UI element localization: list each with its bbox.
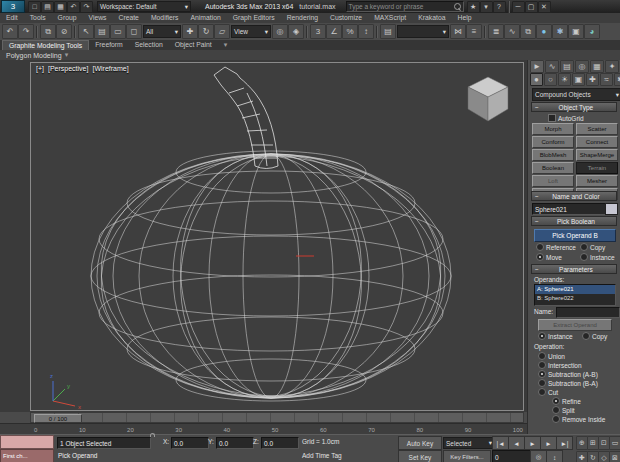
set-key-button[interactable]: Set Key [398,450,442,462]
operation-cut-radio[interactable]: Cut [538,388,558,396]
object-color-swatch[interactable] [605,203,618,215]
unlink-selection-icon[interactable]: ⊘ [56,24,72,39]
systems-category-icon[interactable]: ✱ [614,73,620,86]
radio-icon[interactable] [536,253,544,261]
maxscript-macro-recorder-line[interactable] [0,435,54,449]
radio-icon[interactable] [536,243,544,251]
clone-move-radio[interactable]: Move [536,253,562,261]
radio-icon[interactable] [580,253,588,261]
percent-snap-icon[interactable]: % [342,24,358,39]
undo-icon[interactable]: ↶ [67,1,80,13]
layer-manager-icon[interactable]: ≣ [488,24,504,39]
radio-icon[interactable] [538,352,546,360]
selection-region-icon[interactable]: ▭ [110,24,126,39]
menu-customize[interactable]: Customize [324,13,368,23]
redo-icon[interactable]: ↷ [80,1,93,13]
pick-boolean-rollout[interactable]: − Pick Boolean [531,216,617,226]
shapes-category-icon[interactable]: ○ [544,73,557,86]
cut-split-radio[interactable]: Split [552,406,575,414]
geometry-category-icon[interactable]: ● [530,73,543,86]
pick-operand-b-button[interactable]: Pick Operand B [534,229,616,242]
y-coord-field[interactable]: 0.0 [216,437,254,449]
loft-button[interactable]: Loft [532,175,574,187]
clone-instance-radio[interactable]: Instance [580,253,615,261]
viewport-general-menu[interactable]: [+] [36,65,44,72]
menu-help[interactable]: Help [451,13,477,23]
radio-icon[interactable] [538,388,546,396]
auto-key-button[interactable]: Auto Key [398,436,442,450]
render-setup-icon[interactable]: ✱ [552,24,568,39]
clone-copy-radio[interactable]: Copy [580,243,605,251]
workspace-dropdown[interactable]: Workspace: Default ▾ [97,1,191,12]
ribbon-tab-freeform[interactable]: Freeform [89,40,129,50]
geometry-subcategory-dropdown[interactable]: Compound Objects ▾ [532,88,620,101]
maximize-button[interactable]: ▢ [525,1,538,13]
hierarchy-tab-icon[interactable]: ▤ [560,60,574,73]
maximize-viewport-icon[interactable]: ⊠ [609,451,620,462]
edit-named-selection-sets-icon[interactable]: ▤ [380,24,396,39]
blobmesh-button[interactable]: BlobMesh [532,149,574,161]
snap-toggle-3d-icon[interactable]: 3 [310,24,326,39]
app-logo-icon[interactable]: 3 [1,0,25,13]
select-and-manipulate-icon[interactable]: ◈ [288,24,304,39]
mesher-button[interactable]: Mesher [576,175,618,187]
communication-icon[interactable]: ▾ [480,1,493,13]
key-filters-button[interactable]: Key Filters... [443,450,491,462]
select-link-icon[interactable]: ⧉ [40,24,56,39]
clone-reference-radio[interactable]: Reference [536,243,576,251]
operation-subtraction-ba-radio[interactable]: Subtraction (B-A) [538,379,598,387]
named-selection-sets-dropdown[interactable]: ▾ [397,25,449,38]
menu-views[interactable]: Views [82,13,112,23]
time-spinner[interactable]: ↕ [546,450,563,462]
shapemerge-button[interactable]: ShapeMerge [576,149,618,161]
x-coord-field[interactable]: 0.0 [171,437,209,449]
autogrid-checkbox[interactable]: AutoGrid [548,114,584,122]
mirror-icon[interactable]: ⋈ [450,24,466,39]
object-type-rollout[interactable]: − Object Type [531,102,617,112]
morph-button[interactable]: Morph [532,123,574,135]
infocenter-search-input[interactable]: Type a keyword or phrase [346,1,464,12]
add-time-tag[interactable]: Add Time Tag [302,452,342,459]
operand-name-field[interactable] [556,307,620,318]
selection-filter-dropdown[interactable]: All ▾ [143,25,181,38]
radio-icon[interactable] [538,361,546,369]
name-color-rollout[interactable]: − Name and Color [531,191,617,201]
use-pivot-center-icon[interactable]: ◎ [272,24,288,39]
select-and-rotate-icon[interactable]: ↻ [198,24,214,39]
redo-scene-icon[interactable]: ↷ [18,24,34,39]
z-coord-field[interactable]: 0.0 [261,437,299,449]
key-selected-dropdown[interactable]: Selected ▾ [443,437,495,449]
operation-intersection-radio[interactable]: Intersection [538,361,582,369]
go-to-end-button[interactable]: ►| [556,436,573,450]
render-production-icon[interactable]: ◕ [584,24,600,39]
menu-graph-editors[interactable]: Graph Editors [227,13,281,23]
radio-icon[interactable] [538,370,546,378]
spinner-snap-icon[interactable]: ↕ [358,24,374,39]
curve-editor-icon[interactable]: ∿ [504,24,520,39]
window-crossing-icon[interactable]: ◻ [126,24,142,39]
radio-icon[interactable] [552,415,560,423]
lights-category-icon[interactable]: ☀ [558,73,571,86]
spacewarps-category-icon[interactable]: ≈ [600,73,613,86]
viewport-shading-menu[interactable]: [Wireframe] [92,65,128,72]
motion-tab-icon[interactable]: ◎ [575,60,589,73]
menu-create[interactable]: Create [113,13,145,23]
favorites-icon[interactable]: ★ [467,1,480,13]
extract-instance-radio[interactable]: Instance [538,332,573,340]
terrain-button[interactable]: Terrain [576,162,618,174]
create-tab-icon[interactable]: ► [530,60,544,73]
connect-button[interactable]: Connect [576,136,618,148]
checkbox-icon[interactable] [548,114,556,122]
radio-icon[interactable] [580,243,588,251]
operands-listbox[interactable]: A: Sphere021 B: Sphere022 [534,284,616,306]
open-file-icon[interactable]: ▤ [41,1,54,13]
operand-item-a[interactable]: A: Sphere021 [535,285,615,294]
object-name-field[interactable]: Sphere021 [532,203,608,215]
menu-modifiers[interactable]: Modifiers [145,13,185,23]
cameras-category-icon[interactable]: ▣ [572,73,585,86]
select-object-icon[interactable]: ↖ [78,24,94,39]
ribbon-tab-selection[interactable]: Selection [129,40,169,50]
material-editor-icon[interactable]: ● [536,24,552,39]
utilities-tab-icon[interactable]: ✦ [605,60,619,73]
helpers-category-icon[interactable]: ✚ [586,73,599,86]
